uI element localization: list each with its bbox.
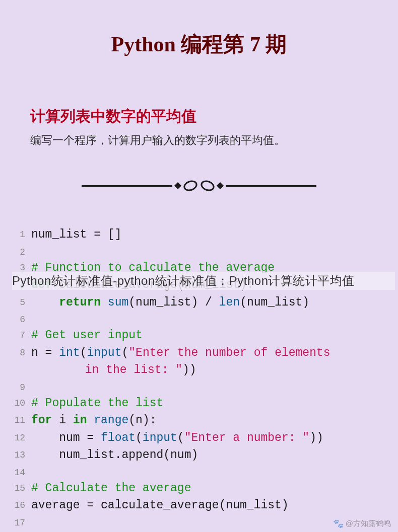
code-text: num = float(input("Enter a number: ")) — [25, 429, 323, 447]
code-line: 15# Calculate the average — [10, 480, 398, 497]
line-number: 8 — [10, 344, 25, 360]
line-number: 1 — [10, 226, 25, 242]
code-line: 12 num = float(input("Enter a number: ")… — [10, 429, 398, 447]
line-number: 10 — [10, 395, 25, 410]
line-number: 16 — [10, 497, 25, 512]
code-line: 9 — [10, 379, 398, 395]
code-line: 11for i in range(n): — [10, 412, 398, 429]
code-text: num_list.append(num) — [25, 446, 198, 464]
code-text: n = int(input("Enter the number of eleme… — [25, 344, 330, 362]
code-line: 14 — [10, 464, 398, 480]
line-number: 17 — [10, 514, 25, 530]
line-number: 15 — [10, 480, 25, 495]
code-line: 8n = int(input("Enter the number of elem… — [10, 344, 398, 362]
code-line: 13 num_list.append(num) — [10, 446, 398, 464]
line-number: 9 — [10, 379, 25, 395]
paw-icon: 🐾 — [333, 518, 344, 529]
code-line: 2 — [10, 244, 398, 259]
ornamental-divider — [0, 176, 398, 196]
divider-line-right — [226, 185, 316, 187]
code-text: for i in range(n): — [25, 412, 157, 429]
code-line: 1num_list = [] — [10, 226, 398, 244]
diamond-icon — [174, 182, 181, 189]
code-line: 16average = calculate_average(num_list) — [10, 497, 398, 514]
section-subtitle: 计算列表中数字的平均值 — [30, 106, 398, 127]
line-number: 2 — [10, 244, 25, 259]
watermark-text: @方知露鹤鸣 — [346, 519, 391, 528]
overlay-caption: Python统计标准值-python统计标准值：Python计算统计平均值 — [12, 272, 395, 290]
line-number: 13 — [10, 446, 25, 462]
code-line: 7# Get user input — [10, 327, 398, 344]
code-text: average = calculate_average(num_list) — [25, 497, 289, 514]
line-number: 7 — [10, 327, 25, 342]
line-number: 6 — [10, 311, 25, 327]
code-text: return sum(num_list) / len(num_list) — [25, 294, 309, 312]
divider-line-left — [82, 185, 172, 187]
line-number: 12 — [10, 429, 25, 445]
line-number: 14 — [10, 464, 25, 480]
scroll-icon — [199, 179, 216, 193]
watermark: 🐾 @方知露鹤鸣 — [333, 518, 391, 529]
scroll-icon — [182, 179, 198, 193]
divider-ornament — [172, 181, 226, 191]
code-line: 6 — [10, 311, 398, 327]
section-description: 编写一个程序，计算用户输入的数字列表的平均值。 — [30, 133, 398, 148]
code-text: # Calculate the average — [25, 480, 191, 497]
line-number: 5 — [10, 294, 25, 310]
code-line: 5 return sum(num_list) / len(num_list) — [10, 294, 398, 312]
code-text: num_list = [] — [25, 226, 121, 244]
code-line: 10# Populate the list — [10, 395, 398, 412]
code-text: in the list: ")) — [25, 361, 196, 379]
diamond-icon — [217, 182, 224, 189]
line-number — [10, 361, 25, 363]
page-title: Python 编程第 7 期 — [0, 0, 398, 58]
line-number: 11 — [10, 412, 25, 427]
code-text: # Populate the list — [25, 395, 163, 412]
code-line: in the list: ")) — [10, 361, 398, 379]
code-text: # Get user input — [25, 327, 143, 344]
